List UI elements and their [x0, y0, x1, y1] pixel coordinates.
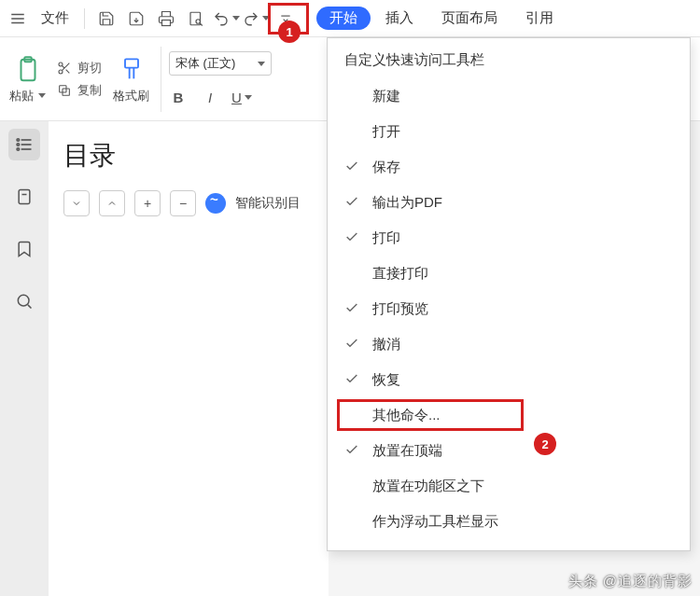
paste-label: 粘贴: [9, 88, 46, 104]
menu-item-new[interactable]: 新建: [328, 78, 690, 114]
svg-line-14: [62, 65, 64, 68]
undo-icon[interactable]: [212, 5, 240, 33]
print-icon[interactable]: [152, 5, 180, 33]
tab-home[interactable]: 开始: [316, 7, 371, 30]
outline-nav-button[interactable]: [8, 129, 40, 160]
tab-references[interactable]: 引用: [512, 7, 567, 30]
svg-rect-17: [125, 59, 138, 67]
italic-button[interactable]: I: [201, 89, 219, 107]
save-icon[interactable]: [92, 5, 120, 33]
font-name-value: 宋体 (正文): [175, 55, 235, 72]
copy-icon: [57, 83, 72, 98]
outline-expand-button[interactable]: [99, 190, 125, 216]
menu-header: 自定义快速访问工具栏: [328, 42, 690, 78]
menu-item-save[interactable]: 保存: [328, 149, 690, 185]
check-icon: [344, 442, 359, 457]
svg-point-10: [59, 62, 63, 66]
check-icon: [344, 194, 359, 209]
svg-point-23: [17, 148, 20, 151]
svg-rect-3: [162, 20, 171, 25]
cut-label: 剪切: [77, 60, 102, 76]
page-nav-button[interactable]: [8, 181, 40, 213]
menu-item-open[interactable]: 打开: [328, 114, 690, 149]
outline-add-button[interactable]: +: [134, 190, 161, 216]
tab-page-layout[interactable]: 页面布局: [428, 7, 511, 30]
svg-point-11: [59, 70, 63, 74]
format-painter-icon: [119, 54, 145, 86]
paste-group[interactable]: 粘贴: [6, 54, 49, 104]
menu-item-print[interactable]: 打印: [328, 220, 690, 256]
smart-recognize-icon: [205, 193, 226, 214]
bold-button[interactable]: B: [169, 89, 188, 107]
chevron-down-icon: [255, 56, 265, 70]
ribbon-divider: [161, 47, 161, 112]
search-nav-button[interactable]: [8, 285, 40, 317]
hamburger-icon[interactable]: [4, 5, 32, 33]
file-menu[interactable]: 文件: [34, 9, 77, 27]
check-icon: [344, 336, 359, 351]
watermark: 头条 @追逐的背影: [568, 573, 693, 590]
check-icon: [344, 371, 359, 386]
menu-item-floating-toolbar[interactable]: 作为浮动工具栏显示: [328, 504, 690, 539]
page-icon: [15, 187, 34, 206]
copy-label: 复制: [77, 82, 102, 99]
svg-rect-24: [19, 190, 30, 204]
svg-point-26: [18, 295, 29, 306]
check-icon: [344, 229, 359, 244]
bookmark-icon: [15, 240, 34, 258]
save-as-icon[interactable]: [122, 5, 150, 33]
outline-title: 目录: [63, 138, 314, 173]
scissors-icon: [57, 61, 72, 76]
svg-point-22: [17, 144, 20, 146]
outline-toolbar: + − 智能识别目: [63, 190, 314, 216]
menu-item-place-below-ribbon[interactable]: 放置在功能区之下: [328, 468, 690, 504]
format-painter-button[interactable]: 格式刷: [109, 54, 153, 104]
svg-point-5: [196, 19, 201, 23]
menu-item-print-preview[interactable]: 打印预览: [328, 291, 690, 326]
redo-icon[interactable]: [242, 5, 270, 33]
outline-remove-button[interactable]: −: [170, 190, 196, 216]
annotation-badge-1: 1: [278, 21, 301, 43]
search-icon: [15, 292, 34, 311]
svg-point-21: [17, 139, 20, 142]
bookmark-nav-button[interactable]: [8, 233, 40, 265]
menu-item-more-commands[interactable]: 其他命令...: [328, 397, 690, 433]
underline-button[interactable]: U: [232, 89, 251, 107]
menu-item-redo[interactable]: 恢复: [328, 362, 690, 397]
check-icon: [344, 159, 359, 173]
tab-insert[interactable]: 插入: [372, 7, 427, 30]
svg-line-13: [66, 69, 70, 73]
left-nav-strip: [0, 121, 49, 596]
customize-qat-menu: 自定义快速访问工具栏 新建 打开 保存 输出为PDF 打印 直接打印 打印预览 …: [327, 37, 691, 551]
svg-line-27: [28, 305, 32, 309]
outline-panel: 目录 + − 智能识别目: [49, 121, 329, 596]
quick-access-toolbar: 文件 开始 插入 页面布局 引用: [0, 0, 700, 37]
clipboard-icon: [14, 54, 42, 86]
copy-button[interactable]: 复制: [57, 82, 102, 99]
smart-recognize-label[interactable]: 智能识别目: [235, 195, 301, 212]
menu-item-place-top[interactable]: 放置在顶端: [328, 433, 690, 468]
menu-item-export-pdf[interactable]: 输出为PDF: [328, 185, 690, 220]
check-icon: [344, 300, 359, 315]
outline-collapse-button[interactable]: [63, 190, 90, 216]
menu-item-direct-print[interactable]: 直接打印: [328, 256, 690, 291]
list-icon: [15, 135, 34, 154]
format-painter-label: 格式刷: [113, 88, 149, 104]
font-name-select[interactable]: 宋体 (正文): [169, 51, 272, 76]
print-preview-icon[interactable]: [182, 5, 210, 33]
menu-item-undo[interactable]: 撤消: [328, 326, 690, 362]
cut-button[interactable]: 剪切: [57, 60, 102, 76]
annotation-badge-2: 2: [534, 433, 556, 455]
